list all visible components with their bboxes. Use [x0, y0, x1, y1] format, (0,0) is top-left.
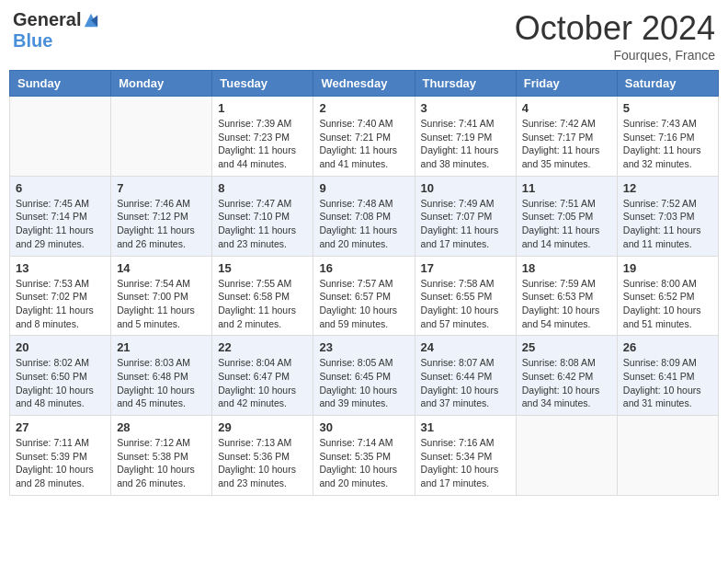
calendar-cell: 29Sunrise: 7:13 AM Sunset: 5:36 PM Dayli…	[212, 416, 313, 496]
day-number: 11	[522, 181, 611, 195]
calendar-cell: 7Sunrise: 7:46 AM Sunset: 7:12 PM Daylig…	[111, 176, 212, 256]
day-number: 18	[522, 261, 611, 275]
day-number: 31	[421, 420, 510, 434]
day-number: 19	[623, 261, 712, 275]
calendar-cell: 4Sunrise: 7:42 AM Sunset: 7:17 PM Daylig…	[516, 97, 617, 177]
calendar-cell: 11Sunrise: 7:51 AM Sunset: 7:05 PM Dayli…	[516, 176, 617, 256]
calendar-cell	[111, 97, 212, 177]
calendar-cell	[10, 97, 111, 177]
day-info: Sunrise: 8:07 AM Sunset: 6:44 PM Dayligh…	[421, 356, 510, 410]
day-info: Sunrise: 7:41 AM Sunset: 7:19 PM Dayligh…	[421, 117, 510, 171]
calendar-cell: 16Sunrise: 7:57 AM Sunset: 6:57 PM Dayli…	[313, 256, 415, 336]
day-number: 2	[319, 101, 408, 115]
calendar-cell: 10Sunrise: 7:49 AM Sunset: 7:07 PM Dayli…	[415, 176, 516, 256]
calendar-cell: 15Sunrise: 7:55 AM Sunset: 6:58 PM Dayli…	[212, 256, 313, 336]
day-number: 12	[623, 181, 712, 195]
day-number: 30	[319, 420, 408, 434]
calendar-cell: 28Sunrise: 7:12 AM Sunset: 5:38 PM Dayli…	[111, 416, 212, 496]
calendar-cell: 27Sunrise: 7:11 AM Sunset: 5:39 PM Dayli…	[10, 416, 111, 496]
day-info: Sunrise: 8:03 AM Sunset: 6:48 PM Dayligh…	[117, 356, 206, 410]
calendar-cell: 5Sunrise: 7:43 AM Sunset: 7:16 PM Daylig…	[617, 97, 718, 177]
column-header-tuesday: Tuesday	[212, 71, 313, 97]
day-number: 15	[218, 261, 307, 275]
calendar-cell: 21Sunrise: 8:03 AM Sunset: 6:48 PM Dayli…	[111, 336, 212, 416]
calendar-cell: 26Sunrise: 8:09 AM Sunset: 6:41 PM Dayli…	[617, 336, 718, 416]
day-info: Sunrise: 8:04 AM Sunset: 6:47 PM Dayligh…	[218, 356, 307, 410]
day-info: Sunrise: 7:51 AM Sunset: 7:05 PM Dayligh…	[522, 197, 611, 251]
calendar-cell: 12Sunrise: 7:52 AM Sunset: 7:03 PM Dayli…	[617, 176, 718, 256]
calendar-cell: 3Sunrise: 7:41 AM Sunset: 7:19 PM Daylig…	[415, 97, 516, 177]
day-number: 16	[319, 261, 408, 275]
calendar-cell: 1Sunrise: 7:39 AM Sunset: 7:23 PM Daylig…	[212, 97, 313, 177]
day-number: 10	[421, 181, 510, 195]
calendar-header-row: SundayMondayTuesdayWednesdayThursdayFrid…	[10, 71, 719, 97]
column-header-sunday: Sunday	[10, 71, 111, 97]
day-info: Sunrise: 8:09 AM Sunset: 6:41 PM Dayligh…	[623, 356, 712, 410]
day-number: 7	[117, 181, 206, 195]
calendar-cell: 13Sunrise: 7:53 AM Sunset: 7:02 PM Dayli…	[10, 256, 111, 336]
day-info: Sunrise: 7:43 AM Sunset: 7:16 PM Dayligh…	[623, 117, 712, 171]
calendar-cell	[516, 416, 617, 496]
logo-blue-text: Blue	[13, 30, 52, 52]
day-number: 9	[319, 181, 408, 195]
day-number: 25	[522, 340, 611, 354]
day-info: Sunrise: 8:08 AM Sunset: 6:42 PM Dayligh…	[522, 356, 611, 410]
calendar-week-row: 6Sunrise: 7:45 AM Sunset: 7:14 PM Daylig…	[10, 176, 719, 256]
day-info: Sunrise: 7:12 AM Sunset: 5:38 PM Dayligh…	[117, 436, 206, 490]
calendar-cell: 14Sunrise: 7:54 AM Sunset: 7:00 PM Dayli…	[111, 256, 212, 336]
page-header: General Blue October 2024 Fourques, Fran…	[9, 9, 719, 63]
day-info: Sunrise: 7:39 AM Sunset: 7:23 PM Dayligh…	[218, 117, 307, 171]
column-header-monday: Monday	[111, 71, 212, 97]
day-number: 3	[421, 101, 510, 115]
day-info: Sunrise: 7:48 AM Sunset: 7:08 PM Dayligh…	[319, 197, 408, 251]
month-title: October 2024	[515, 9, 715, 48]
day-info: Sunrise: 8:02 AM Sunset: 6:50 PM Dayligh…	[16, 356, 105, 410]
day-number: 6	[16, 181, 105, 195]
calendar-cell: 30Sunrise: 7:14 AM Sunset: 5:35 PM Dayli…	[313, 416, 415, 496]
day-info: Sunrise: 7:45 AM Sunset: 7:14 PM Dayligh…	[16, 197, 105, 251]
day-number: 21	[117, 340, 206, 354]
calendar-cell	[617, 416, 718, 496]
day-info: Sunrise: 8:05 AM Sunset: 6:45 PM Dayligh…	[319, 356, 408, 410]
location-subtitle: Fourques, France	[515, 48, 715, 63]
day-number: 20	[16, 340, 105, 354]
calendar-cell: 17Sunrise: 7:58 AM Sunset: 6:55 PM Dayli…	[415, 256, 516, 336]
column-header-friday: Friday	[516, 71, 617, 97]
day-info: Sunrise: 7:57 AM Sunset: 6:57 PM Dayligh…	[319, 277, 408, 331]
day-info: Sunrise: 7:16 AM Sunset: 5:34 PM Dayligh…	[421, 436, 510, 490]
day-number: 14	[117, 261, 206, 275]
day-number: 5	[623, 101, 712, 115]
calendar-cell: 31Sunrise: 7:16 AM Sunset: 5:34 PM Dayli…	[415, 416, 516, 496]
day-number: 17	[421, 261, 510, 275]
calendar-week-row: 1Sunrise: 7:39 AM Sunset: 7:23 PM Daylig…	[10, 97, 719, 177]
day-number: 22	[218, 340, 307, 354]
calendar-week-row: 13Sunrise: 7:53 AM Sunset: 7:02 PM Dayli…	[10, 256, 719, 336]
calendar-cell: 22Sunrise: 8:04 AM Sunset: 6:47 PM Dayli…	[212, 336, 313, 416]
calendar-cell: 6Sunrise: 7:45 AM Sunset: 7:14 PM Daylig…	[10, 176, 111, 256]
day-info: Sunrise: 7:46 AM Sunset: 7:12 PM Dayligh…	[117, 197, 206, 251]
day-info: Sunrise: 7:58 AM Sunset: 6:55 PM Dayligh…	[421, 277, 510, 331]
day-info: Sunrise: 7:47 AM Sunset: 7:10 PM Dayligh…	[218, 197, 307, 251]
day-number: 13	[16, 261, 105, 275]
calendar-cell: 23Sunrise: 8:05 AM Sunset: 6:45 PM Dayli…	[313, 336, 415, 416]
calendar-cell: 20Sunrise: 8:02 AM Sunset: 6:50 PM Dayli…	[10, 336, 111, 416]
logo-icon	[83, 12, 99, 29]
day-number: 4	[522, 101, 611, 115]
day-info: Sunrise: 7:11 AM Sunset: 5:39 PM Dayligh…	[16, 436, 105, 490]
day-number: 26	[623, 340, 712, 354]
calendar-cell: 9Sunrise: 7:48 AM Sunset: 7:08 PM Daylig…	[313, 176, 415, 256]
day-number: 27	[16, 420, 105, 434]
day-info: Sunrise: 8:00 AM Sunset: 6:52 PM Dayligh…	[623, 277, 712, 331]
day-info: Sunrise: 7:55 AM Sunset: 6:58 PM Dayligh…	[218, 277, 307, 331]
calendar-week-row: 27Sunrise: 7:11 AM Sunset: 5:39 PM Dayli…	[10, 416, 719, 496]
day-number: 29	[218, 420, 307, 434]
day-info: Sunrise: 7:42 AM Sunset: 7:17 PM Dayligh…	[522, 117, 611, 171]
day-info: Sunrise: 7:54 AM Sunset: 7:00 PM Dayligh…	[117, 277, 206, 331]
day-info: Sunrise: 7:13 AM Sunset: 5:36 PM Dayligh…	[218, 436, 307, 490]
day-info: Sunrise: 7:59 AM Sunset: 6:53 PM Dayligh…	[522, 277, 611, 331]
day-number: 28	[117, 420, 206, 434]
column-header-saturday: Saturday	[617, 71, 718, 97]
day-number: 24	[421, 340, 510, 354]
logo-general-text: General	[13, 9, 81, 30]
day-info: Sunrise: 7:49 AM Sunset: 7:07 PM Dayligh…	[421, 197, 510, 251]
